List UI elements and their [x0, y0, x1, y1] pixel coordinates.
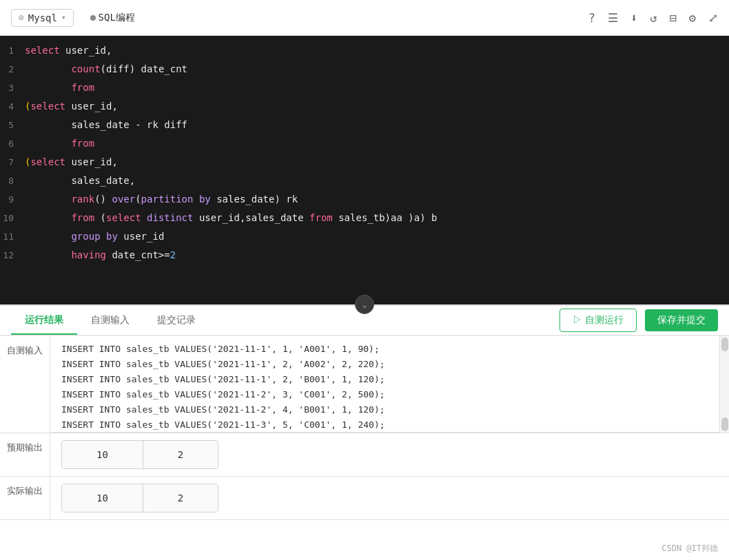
line-content: (select user_id,: [25, 97, 718, 115]
line-number: 7: [0, 154, 25, 172]
watermark: CSDN @IT邦德: [661, 543, 718, 554]
result-tabs: 运行结果自测输入提交记录: [11, 307, 209, 333]
line-content: sales_date,: [25, 172, 718, 189]
code-line: 12 having date_cnt>=2: [0, 246, 729, 265]
code-line: 7(select user_id,: [0, 153, 729, 172]
chevron-down-icon: ▾: [61, 13, 66, 22]
code-line: 11 group by user_id: [0, 227, 729, 246]
tab-actions: ▷ 自测运行 保存并提交: [559, 309, 718, 332]
run-button[interactable]: ▷ 自测运行: [559, 309, 637, 332]
self-test-content[interactable]: INSERT INTO sales_tb VALUES('2021-11-1',…: [50, 336, 719, 433]
actual-output-table: 102: [50, 477, 729, 519]
result-tab-0[interactable]: 运行结果: [11, 307, 77, 335]
actual-output-row: 实际输出 102: [0, 477, 729, 520]
fullscreen-icon[interactable]: ⤢: [708, 11, 718, 25]
self-test-line: INSERT INTO sales_tb VALUES('2021-11-1',…: [61, 342, 708, 357]
line-number: 6: [0, 135, 25, 153]
download-icon[interactable]: ⬇: [630, 11, 637, 25]
line-content: from: [25, 79, 718, 96]
top-bar-left: ⊙ Mysql ▾ SQL编程: [11, 9, 135, 27]
self-test-label: 自测输入: [0, 336, 50, 433]
self-test-line: INSERT INTO sales_tb VALUES('2021-11-2',…: [61, 387, 708, 402]
settings-icon[interactable]: ⚙: [689, 11, 696, 25]
actual-cell: 2: [143, 484, 218, 512]
line-number: 3: [0, 79, 25, 97]
self-test-line: INSERT INTO sales_tb VALUES('2021-11-1',…: [61, 372, 708, 387]
line-content: group by user_id: [25, 227, 718, 245]
self-test-line: INSERT INTO sales_tb VALUES('2021-11-1',…: [61, 357, 708, 372]
code-line: 8 sales_date,: [0, 172, 729, 190]
help-icon[interactable]: ?: [588, 11, 595, 25]
expected-output-row: 预期输出 102: [0, 433, 729, 477]
code-editor[interactable]: 1select user_id,2 count(diff) date_cnt3 …: [0, 36, 729, 304]
scrollbar-thumb-bottom[interactable]: [721, 417, 728, 431]
submit-button[interactable]: 保存并提交: [645, 309, 718, 331]
code-line: 9 rank() over(partition by sales_date) r…: [0, 190, 729, 209]
scrollbar-thumb-top[interactable]: [721, 338, 728, 351]
result-tab-2[interactable]: 提交记录: [143, 307, 209, 335]
line-content: count(diff) date_cnt: [25, 60, 718, 78]
line-number: 2: [0, 61, 25, 79]
tab-dot: [90, 15, 96, 21]
expected-output-table: 102: [50, 433, 729, 476]
code-line: 6 from: [0, 134, 729, 153]
expand-icon[interactable]: ⊟: [670, 11, 677, 25]
expected-table: 102: [61, 440, 218, 469]
code-line: 1select user_id,: [0, 41, 729, 60]
content-area: 自测输入 INSERT INTO sales_tb VALUES('2021-1…: [0, 336, 729, 560]
expected-cell: 2: [143, 441, 218, 468]
actual-output-label: 实际输出: [0, 477, 50, 519]
actual-table: 102: [61, 484, 218, 512]
line-number: 4: [0, 98, 25, 116]
db-icon: ⊙: [19, 12, 24, 23]
line-number: 10: [0, 209, 25, 227]
top-bar: ⊙ Mysql ▾ SQL编程 ? ☰ ⬇ ↺ ⊟ ⚙ ⤢: [0, 0, 729, 36]
scrollbar-right[interactable]: [719, 336, 729, 433]
result-tab-1[interactable]: 自测输入: [77, 307, 143, 335]
code-line: 5 sales_date - rk diff: [0, 116, 729, 134]
self-test-line: INSERT INTO sales_tb VALUES('2021-11-3',…: [61, 417, 708, 433]
line-content: from: [25, 134, 718, 152]
tab-label-text: SQL编程: [99, 12, 135, 24]
sql-tab[interactable]: SQL编程: [90, 12, 135, 24]
self-test-row: 自测输入 INSERT INTO sales_tb VALUES('2021-1…: [0, 336, 729, 433]
line-content: (select user_id,: [25, 153, 718, 171]
line-content: select user_id,: [25, 41, 718, 59]
actual-cell: 10: [62, 484, 143, 512]
line-content: rank() over(partition by sales_date) rk: [25, 190, 718, 208]
expected-output-label: 预期输出: [0, 433, 50, 476]
line-content: sales_date - rk diff: [25, 116, 718, 134]
line-content: having date_cnt>=2: [25, 246, 718, 264]
expected-cell: 10: [62, 441, 143, 468]
code-line: 3 from: [0, 79, 729, 97]
line-number: 1: [0, 42, 25, 60]
list-icon[interactable]: ☰: [608, 11, 618, 25]
db-name: Mysql: [28, 12, 57, 23]
toolbar-icons: ? ☰ ⬇ ↺ ⊟ ⚙ ⤢: [588, 11, 718, 25]
line-number: 11: [0, 228, 25, 246]
code-line: 10 from (select distinct user_id,sales_d…: [0, 209, 729, 227]
code-line: 4(select user_id,: [0, 97, 729, 116]
line-number: 8: [0, 172, 25, 190]
self-test-line: INSERT INTO sales_tb VALUES('2021-11-2',…: [61, 402, 708, 417]
bottom-panel: 运行结果自测输入提交记录 ▷ 自测运行 保存并提交 自测输入 INSERT IN…: [0, 304, 729, 560]
line-number: 9: [0, 191, 25, 209]
line-content: from (select distinct user_id,sales_date…: [25, 209, 718, 227]
refresh-icon[interactable]: ↺: [650, 11, 657, 25]
line-number: 5: [0, 116, 25, 134]
line-number: 12: [0, 247, 25, 265]
code-line: 2 count(diff) date_cnt: [0, 60, 729, 79]
db-selector[interactable]: ⊙ Mysql ▾: [11, 9, 74, 27]
collapse-button[interactable]: ⌄: [355, 295, 374, 314]
